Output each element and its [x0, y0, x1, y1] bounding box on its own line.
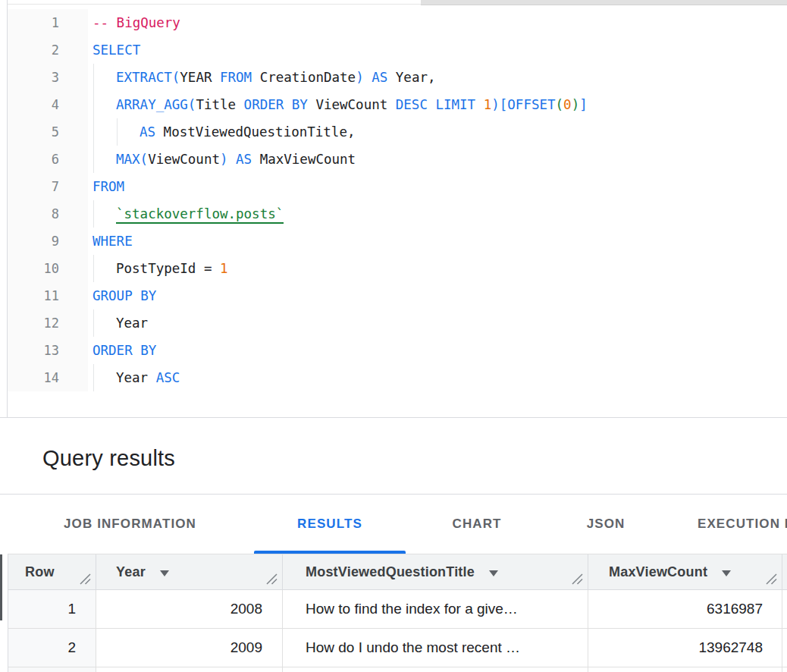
column-resize-handle-icon[interactable] [766, 573, 777, 585]
code-line-text: SELECT [92, 36, 787, 64]
table-row: 12008How to find the index for a give…63… [8, 590, 787, 629]
cell-title: How to find the index for a give… [283, 590, 588, 628]
query-results-title: Query results [42, 446, 175, 471]
header-filler-cell [782, 554, 787, 589]
code-line: 7FROM [0, 173, 787, 200]
sql-code-area[interactable]: 1-- BigQuery2SELECT3EXTRACT(YEAR FROM Cr… [0, 9, 787, 391]
table-row: 22009How do I undo the most recent …1396… [8, 629, 787, 667]
indent-guide [93, 200, 94, 228]
code-line-text: Year [92, 309, 787, 337]
line-number: 10 [0, 255, 59, 282]
query-results-panel-header: Query results [0, 418, 787, 495]
code-line-text: GROUP BY [92, 282, 787, 309]
tab-chart[interactable]: CHART [407, 495, 547, 554]
column-header-label: MaxViewCount [609, 564, 707, 580]
indent-guide [93, 64, 94, 91]
indent-guide [93, 364, 94, 391]
editor-top-strip [0, 0, 787, 8]
line-number: 1 [0, 9, 59, 36]
code-line: 13ORDER BY [0, 337, 787, 364]
table-reference-link[interactable]: `stackoverflow.posts` [116, 206, 284, 224]
code-line: 6MAX(ViewCount) AS MaxViewCount [0, 146, 787, 173]
code-line-text: ARRAY_AGG(Title ORDER BY ViewCount DESC … [92, 91, 787, 118]
column-sort-dropdown-icon[interactable] [489, 570, 498, 576]
row-filler-cell [782, 629, 787, 667]
column-resize-handle-icon[interactable] [572, 573, 583, 585]
line-number: 2 [0, 36, 59, 64]
code-line-text: AS MostViewedQuestionTitle, [92, 118, 787, 146]
code-line-text: MAX(ViewCount) AS MaxViewCount [92, 146, 787, 173]
indent-guide [93, 91, 94, 118]
code-line-text: `stackoverflow.posts` [92, 200, 787, 228]
column-header-mostviewedquestiontitle[interactable]: MostViewedQuestionTitle [283, 554, 588, 589]
tab-label: EXECUTION DETAILS [698, 517, 787, 532]
editor-panel-left-border [7, 0, 8, 418]
indent-guide [93, 146, 94, 173]
results-table-header-row: RowYearMostViewedQuestionTitleMaxViewCou… [8, 554, 787, 590]
code-line-text: EXTRACT(YEAR FROM CreationDate) AS Year, [92, 64, 787, 91]
column-resize-handle-icon[interactable] [80, 573, 91, 585]
column-sort-dropdown-icon[interactable] [160, 570, 169, 576]
indent-guide [117, 118, 118, 146]
line-number: 3 [0, 64, 59, 91]
active-tab-underline [254, 551, 406, 554]
indent-guide [93, 118, 94, 146]
column-header-label: MostViewedQuestionTitle [306, 564, 475, 580]
cell-partial [588, 667, 782, 672]
code-line: 3EXTRACT(YEAR FROM CreationDate) AS Year… [0, 64, 787, 91]
cell-partial [283, 667, 588, 672]
code-line-text: FROM [92, 173, 787, 200]
code-line: 9WHERE [0, 228, 787, 255]
code-line: 11GROUP BY [0, 282, 787, 309]
tab-label: RESULTS [297, 517, 362, 532]
tab-execution-details[interactable]: EXECUTION DETAILS [665, 495, 787, 554]
line-number: 14 [0, 364, 59, 391]
code-line: 2SELECT [0, 36, 787, 64]
code-line-text: Year ASC [92, 364, 787, 391]
indent-guide [93, 255, 94, 282]
tab-label: JSON [587, 517, 626, 532]
code-line-text: WHERE [92, 228, 787, 255]
tab-job-information[interactable]: JOB INFORMATION [8, 495, 252, 554]
code-line-text: PostTypeId = 1 [92, 255, 787, 282]
tab-results[interactable]: RESULTS [252, 495, 407, 554]
cell-maxviewcount: 6316987 [588, 590, 782, 628]
cell-maxviewcount: 13962748 [588, 629, 782, 667]
cell-row: 1 [8, 590, 96, 628]
column-header-year[interactable]: Year [96, 554, 283, 589]
code-line: 14Year ASC [0, 364, 787, 391]
code-line: 10PostTypeId = 1 [0, 255, 787, 282]
results-vertical-scrollbar-thumb[interactable] [0, 554, 2, 620]
line-number: 12 [0, 309, 59, 337]
tab-json[interactable]: JSON [547, 495, 665, 554]
column-header-label: Year [116, 564, 146, 580]
column-resize-handle-icon[interactable] [266, 573, 277, 585]
column-sort-dropdown-icon[interactable] [722, 570, 731, 576]
editor-horizontal-scrollbar-thumb[interactable] [421, 0, 787, 5]
code-line: 5AS MostViewedQuestionTitle, [0, 118, 787, 146]
code-line: 1-- BigQuery [0, 9, 787, 36]
line-number: 8 [0, 200, 59, 228]
column-header-label: Row [25, 564, 55, 580]
tab-label: CHART [453, 517, 502, 532]
cell-partial [8, 667, 96, 672]
column-header-maxviewcount[interactable]: MaxViewCount [588, 554, 782, 589]
table-row-partial [8, 667, 787, 672]
line-number: 13 [0, 337, 59, 364]
line-number: 5 [0, 118, 59, 146]
line-number: 6 [0, 146, 59, 173]
indent-guide [93, 309, 94, 337]
line-number: 7 [0, 173, 59, 200]
tab-label: JOB INFORMATION [64, 517, 196, 532]
code-line-text: -- BigQuery [92, 9, 787, 36]
results-tab-bar: JOB INFORMATIONRESULTSCHARTJSONEXECUTION… [0, 495, 787, 554]
sql-editor[interactable]: 1-- BigQuery2SELECT3EXTRACT(YEAR FROM Cr… [0, 8, 787, 418]
code-line: 12Year [0, 309, 787, 337]
line-number: 9 [0, 228, 59, 255]
results-table: RowYearMostViewedQuestionTitleMaxViewCou… [8, 554, 787, 672]
cell-title: How do I undo the most recent … [283, 629, 588, 667]
line-number: 11 [0, 282, 59, 309]
cell-row: 2 [8, 629, 96, 667]
column-header-row[interactable]: Row [8, 554, 96, 589]
cell-partial [96, 667, 283, 672]
